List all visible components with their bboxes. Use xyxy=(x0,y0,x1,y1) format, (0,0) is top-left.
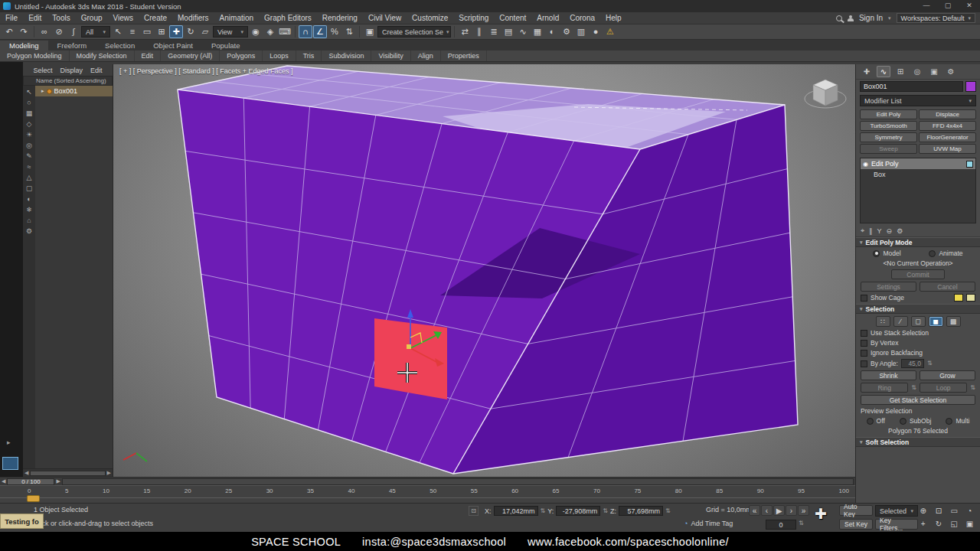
explorer-tab-select[interactable]: Select xyxy=(33,67,52,74)
viewport-label[interactable]: [ + ] [ Perspective ] [ Standard ] [ Fac… xyxy=(119,67,293,75)
render-setup-icon[interactable]: ⚙ xyxy=(560,25,573,38)
align-icon[interactable]: ∥ xyxy=(472,25,486,38)
rectangular-selection-region-icon[interactable]: ▭ xyxy=(140,25,154,38)
timeline-playhead[interactable] xyxy=(27,495,40,502)
configure-modifier-sets-icon[interactable]: ⚙ xyxy=(897,227,903,235)
keyboard-shortcut-override-icon[interactable]: ⌨ xyxy=(278,25,292,38)
display-hidden-icon[interactable]: ⌂ xyxy=(27,217,31,224)
by-angle-checkbox[interactable] xyxy=(861,360,867,367)
selection-filter-dropdown[interactable]: All ▾ xyxy=(81,26,110,37)
select-and-rotate-icon[interactable]: ↻ xyxy=(184,25,198,38)
scrollbar-thumb[interactable] xyxy=(30,471,105,476)
ribbon-tab[interactable]: Populate xyxy=(202,41,250,51)
cage-color-swatch[interactable] xyxy=(954,294,963,302)
ribbon-section[interactable]: Loops xyxy=(263,51,296,61)
preview-multi-radio[interactable]: Multi xyxy=(946,417,969,425)
zoom-all-icon[interactable]: ⊡ xyxy=(931,504,946,517)
display-containers-icon[interactable]: ▢ xyxy=(26,184,33,192)
stack-row-box[interactable]: Box xyxy=(861,169,975,180)
minimize-button[interactable]: — xyxy=(916,0,937,12)
by-vertex-checkbox[interactable]: By Vertex xyxy=(861,339,975,347)
close-button[interactable]: ✕ xyxy=(959,0,980,12)
remove-modifier-icon[interactable]: ⊖ xyxy=(887,227,893,235)
modify-tab-icon[interactable]: ∿ xyxy=(877,66,890,77)
angle-snap-icon[interactable]: ∠ xyxy=(313,25,327,38)
radio-icon[interactable] xyxy=(929,250,936,257)
set-key-button[interactable]: Set Key xyxy=(839,519,873,530)
radio-icon[interactable] xyxy=(867,418,874,425)
preview-subobj-radio[interactable]: SubObj xyxy=(900,417,931,425)
display-shapes-icon[interactable]: ◇ xyxy=(27,120,32,128)
time-slider-track[interactable] xyxy=(62,478,854,485)
explorer-tab-edit[interactable]: Edit xyxy=(90,67,103,74)
z-coordinate-field[interactable]: 57,698mm xyxy=(619,506,663,516)
timeline-ruler[interactable]: 0510152025303540455055606570758085909510… xyxy=(0,485,855,503)
visibility-bulb-icon[interactable]: ◉ xyxy=(863,161,868,168)
display-bones-icon[interactable]: △ xyxy=(27,174,32,181)
menu-item[interactable]: Graph Editors xyxy=(259,14,317,22)
checkbox-icon[interactable] xyxy=(861,340,867,347)
current-frame-field[interactable]: 0 xyxy=(766,520,796,530)
workspaces-dropdown[interactable]: Workspaces: Default ▾ xyxy=(897,13,975,23)
schematic-view-icon[interactable]: ▦ xyxy=(531,25,544,38)
modifier-button-floorgenerator[interactable]: FloorGenerator xyxy=(919,132,976,142)
spinner[interactable]: ⇅ xyxy=(927,360,933,367)
reference-coordinate-dropdown[interactable]: View ▾ xyxy=(213,26,248,37)
undo-icon[interactable]: ↶ xyxy=(2,25,16,38)
bind-to-space-warp-icon[interactable]: ∫ xyxy=(67,25,80,38)
select-by-name-icon[interactable]: ≡ xyxy=(126,25,139,38)
vertex-subobject-icon[interactable]: ∷ xyxy=(876,316,890,327)
object-color-swatch[interactable] xyxy=(965,81,976,92)
viewcube[interactable] xyxy=(805,80,846,108)
menu-item[interactable]: Help xyxy=(600,14,627,22)
use-pivot-point-center-icon[interactable]: ◉ xyxy=(249,25,263,38)
menu-item[interactable]: Views xyxy=(108,14,139,22)
polygon-subobject-icon[interactable]: ◼ xyxy=(929,316,943,327)
next-frame-icon[interactable]: › xyxy=(786,505,797,516)
go-to-end-icon[interactable]: » xyxy=(798,505,809,516)
ribbon-section[interactable]: Polygons xyxy=(220,51,263,61)
menu-item[interactable]: Create xyxy=(139,14,172,22)
spinner[interactable]: ⇅ xyxy=(799,520,804,527)
modifier-button-uvw-map[interactable]: UVW Map xyxy=(919,144,976,154)
selection-set-dropdown[interactable]: Create Selection Se ▾ xyxy=(377,26,451,37)
rollout-selection[interactable]: ▾ Selection xyxy=(856,304,980,314)
orbit-icon[interactable]: ↻ xyxy=(931,518,946,531)
edge-subobject-icon[interactable]: ∕ xyxy=(893,316,908,327)
ribbon-section[interactable]: Polygon Modeling xyxy=(0,51,70,61)
get-stack-selection-button[interactable]: Get Stack Selection xyxy=(861,395,975,405)
menu-item[interactable]: Rendering xyxy=(317,14,363,22)
expand-panel-icon[interactable]: ▸ xyxy=(7,439,11,446)
key-mode-dropdown[interactable]: Selected ▾ xyxy=(875,505,918,517)
render-production-icon[interactable]: ● xyxy=(589,25,603,38)
previous-frame-icon[interactable]: ‹ xyxy=(761,505,773,516)
menu-item[interactable]: Content xyxy=(494,14,531,22)
rendered-frame-window-icon[interactable]: ▥ xyxy=(574,25,588,38)
ring-button[interactable]: Ring xyxy=(861,383,908,393)
radio-icon[interactable] xyxy=(946,418,952,425)
warning-icon[interactable]: ⚠ xyxy=(603,25,617,38)
modifier-name-label[interactable]: Edit Poly xyxy=(871,160,899,168)
time-slider-value[interactable]: 0 / 100 xyxy=(7,478,54,485)
menu-item[interactable]: Group xyxy=(76,14,108,22)
radio-icon[interactable] xyxy=(873,250,880,257)
menu-item[interactable]: Arnold xyxy=(531,14,564,22)
animate-radio[interactable]: Animate xyxy=(929,249,962,257)
ribbon-section[interactable]: Subdivision xyxy=(322,51,371,61)
ribbon-tab[interactable]: Modeling xyxy=(0,41,48,51)
select-and-scale-icon[interactable]: ▱ xyxy=(198,25,212,38)
menu-item[interactable]: Animation xyxy=(214,14,259,22)
maximize-viewport-icon[interactable]: ▣ xyxy=(962,518,977,531)
show-cage-checkbox[interactable] xyxy=(861,295,867,302)
loop-button[interactable]: Loop xyxy=(920,383,967,393)
explorer-row-box001[interactable]: ▸ Box001 xyxy=(35,86,113,96)
element-subobject-icon[interactable]: ▩ xyxy=(946,316,961,327)
select-and-move-icon[interactable]: ✚ xyxy=(169,25,183,38)
ribbon-tab[interactable]: Freeform xyxy=(48,41,96,51)
ribbon-section[interactable]: Tris xyxy=(296,51,322,61)
x-coordinate-field[interactable]: 17,042mm xyxy=(494,506,538,516)
use-stack-selection-checkbox[interactable]: Use Stack Selection xyxy=(861,329,975,337)
display-frozen-icon[interactable]: ❄ xyxy=(26,206,32,214)
auto-key-button[interactable]: Auto Key xyxy=(839,505,873,516)
add-time-tag[interactable]: ◔ Add Time Tag xyxy=(684,520,733,527)
